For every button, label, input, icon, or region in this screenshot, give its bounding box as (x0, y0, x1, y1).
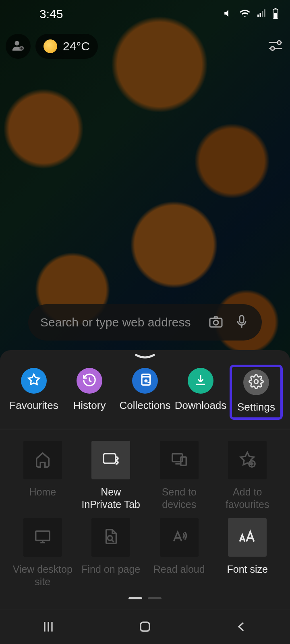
svg-rect-23 (141, 622, 149, 631)
view-desktop-site-label: View desktop site (12, 563, 73, 588)
settings-label: Settings (237, 401, 275, 413)
status-bar: 3:45 (0, 0, 290, 28)
download-icon (193, 372, 208, 389)
svg-point-3 (15, 41, 19, 45)
svg-rect-2 (274, 13, 277, 18)
home-button[interactable]: Home (12, 441, 73, 511)
font-size-button[interactable]: Font size (217, 518, 278, 588)
camera-icon[interactable] (208, 314, 224, 331)
page-indicator[interactable] (0, 592, 290, 609)
history-icon (82, 372, 97, 389)
collections-label: Collections (119, 399, 170, 412)
wifi-icon (239, 8, 251, 21)
favourites-button[interactable]: Favourites (7, 368, 60, 420)
read-aloud-label: Read aloud (153, 563, 205, 588)
home-nav-button[interactable] (121, 619, 169, 634)
svg-rect-9 (210, 318, 222, 327)
svg-rect-11 (240, 316, 244, 323)
find-on-page-button[interactable]: Find on page (81, 518, 142, 588)
downloads-label: Downloads (175, 399, 227, 412)
svg-point-6 (278, 41, 281, 44)
collections-icon (137, 372, 153, 389)
svg-point-13 (254, 380, 258, 384)
recents-button[interactable] (24, 619, 72, 634)
new-inprivate-tab-button[interactable]: New InPrivate Tab (81, 441, 142, 511)
sheet-drag-handle[interactable] (0, 350, 290, 361)
svg-point-8 (271, 47, 274, 50)
new-inprivate-tab-label: New InPrivate Tab (81, 486, 142, 511)
find-icon (102, 527, 120, 547)
page-dot-2 (148, 597, 162, 599)
home-label: Home (29, 486, 56, 511)
read-aloud-button[interactable]: Read aloud (149, 518, 210, 588)
star-icon (26, 372, 41, 389)
read-aloud-icon (170, 527, 188, 547)
svg-point-10 (213, 320, 218, 325)
profile-chip[interactable] (6, 34, 31, 59)
feed-settings-icon[interactable] (267, 37, 284, 56)
weather-chip[interactable]: 24°C (35, 34, 98, 59)
svg-rect-18 (36, 531, 50, 541)
history-label: History (73, 399, 106, 412)
svg-rect-14 (104, 454, 116, 463)
history-button[interactable]: History (63, 368, 116, 420)
send-to-devices-label: Send to devices (149, 486, 210, 511)
devices-icon (170, 450, 188, 470)
system-nav-bar (0, 609, 290, 644)
mic-icon[interactable] (234, 314, 250, 331)
downloads-button[interactable]: Downloads (174, 368, 227, 420)
status-time: 3:45 (39, 7, 63, 21)
font-size-icon (237, 526, 257, 548)
profile-add-icon (11, 39, 25, 54)
battery-icon (272, 8, 279, 21)
gear-icon (249, 374, 264, 391)
weather-temp: 24°C (63, 39, 90, 53)
svg-rect-1 (275, 8, 277, 9)
collections-button[interactable]: Collections (118, 368, 172, 420)
add-to-favourites-label: Add to favourites (217, 486, 278, 511)
inprivate-icon (101, 450, 120, 471)
add-to-favourites-button[interactable]: Add to favourites (217, 441, 278, 511)
desktop-icon (33, 527, 52, 547)
find-on-page-label: Find on page (81, 563, 140, 588)
home-icon (33, 450, 52, 470)
page-dot-1 (128, 597, 142, 599)
search-bar[interactable]: Search or type web address (28, 304, 262, 341)
settings-button[interactable]: Settings (230, 365, 283, 420)
favourites-label: Favourites (9, 399, 58, 412)
menu-sheet: Favourites History Collections (0, 350, 290, 644)
view-desktop-site-button[interactable]: View desktop site (12, 518, 73, 588)
search-placeholder: Search or type web address (40, 316, 198, 329)
sun-icon (44, 39, 57, 53)
star-add-icon (238, 450, 257, 470)
back-nav-button[interactable] (218, 620, 266, 634)
font-size-label: Font size (227, 563, 268, 588)
send-to-devices-button[interactable]: Send to devices (149, 441, 210, 511)
mute-icon (223, 8, 234, 20)
signal-icon (256, 8, 267, 20)
